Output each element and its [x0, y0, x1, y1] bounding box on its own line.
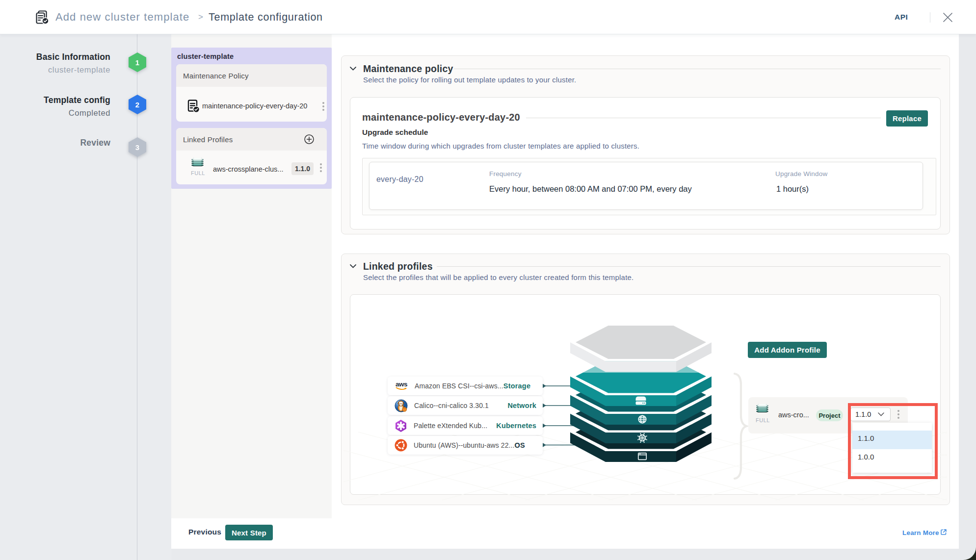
svg-text:aws: aws	[396, 381, 407, 388]
